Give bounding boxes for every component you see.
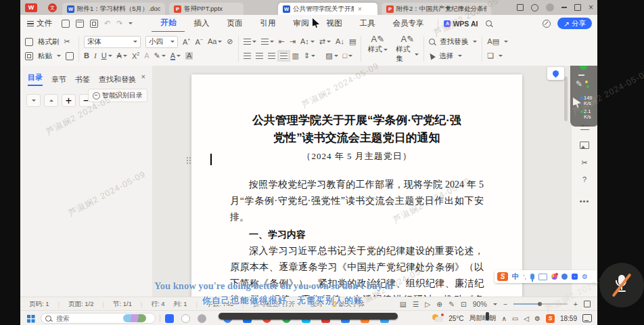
tray-sogou-icon[interactable]: S xyxy=(546,314,555,323)
screenshare-collapsed-bar[interactable] xyxy=(218,313,398,320)
print-icon[interactable] xyxy=(76,20,84,28)
tab-reference[interactable]: 引用 xyxy=(251,15,284,32)
tray-temperature[interactable]: 25°C xyxy=(448,315,463,322)
more-options-icon[interactable]: ••• xyxy=(572,197,597,205)
find-replace-button[interactable]: 查找替换 xyxy=(429,36,477,47)
italic-button[interactable]: I xyxy=(94,52,97,60)
start-button[interactable] xyxy=(27,315,30,318)
ime-settings-icon[interactable]: ⚙ xyxy=(582,273,588,280)
search-icon[interactable] xyxy=(486,20,492,26)
border-button[interactable]: □ xyxy=(343,52,353,60)
edit-mode-icon[interactable]: ✎ xyxy=(448,300,455,308)
sogou-logo-icon[interactable]: S xyxy=(497,272,508,281)
change-case-button[interactable]: Aa xyxy=(208,38,222,45)
pinned-doc-icon[interactable]: 文 xyxy=(48,3,57,12)
expand-button[interactable]: + xyxy=(62,94,76,107)
export-icon[interactable] xyxy=(90,20,98,28)
line-spacing-button[interactable]: ⇕ xyxy=(304,52,315,60)
taskbar-search[interactable] xyxy=(41,313,156,324)
tab-home[interactable]: 开始 xyxy=(152,14,185,32)
nav-close-icon[interactable]: × xyxy=(141,72,145,81)
zoom-slider-thumb[interactable] xyxy=(538,302,542,306)
user-avatar[interactable] xyxy=(546,3,554,12)
decrease-indent-icon[interactable]: ⇤ xyxy=(279,38,285,45)
tab-notice-active[interactable]: W 公共管理学院关于开展“学条例·守党纪·强党性”读书交流会主题党日的通知 × xyxy=(278,3,377,15)
file-menu[interactable]: 文件 xyxy=(27,18,52,28)
annotate-pencil-icon[interactable]: ✎ xyxy=(576,79,582,89)
web-view-icon[interactable]: ⊕ xyxy=(436,300,442,308)
no-trace-icon[interactable] xyxy=(543,20,551,28)
nav-tab-find-replace[interactable]: 查找和替换 xyxy=(99,74,136,85)
tray-weather-text[interactable]: 局部晴朗 xyxy=(469,313,497,323)
shading-button[interactable]: ▨ xyxy=(325,52,338,60)
text-direction-button[interactable]: ⇄ xyxy=(319,38,331,45)
tab-tools[interactable]: 工具 xyxy=(350,15,384,32)
arrange-button[interactable]: ❏ xyxy=(487,50,508,62)
sort-icon[interactable]: A↓ xyxy=(336,38,344,45)
align-right-button[interactable] xyxy=(268,53,275,59)
tray-expand-icon[interactable]: ∧ xyxy=(502,315,507,322)
clear-format-icon[interactable]: ⊘ xyxy=(227,38,233,45)
tray-volume-icon[interactable]: ◁ xyxy=(524,315,529,322)
outline-level-button[interactable]: A▤ xyxy=(487,36,508,47)
align-left-button[interactable] xyxy=(244,53,251,59)
align-justify-button[interactable] xyxy=(280,53,288,59)
ime-skin-icon[interactable] xyxy=(551,274,557,280)
tab-insert[interactable]: 插入 xyxy=(185,15,218,32)
ime-game-icon[interactable] xyxy=(561,274,568,280)
zoom-in-button[interactable]: + xyxy=(574,300,578,308)
collapse-down-button[interactable] xyxy=(26,94,41,107)
tab-attachment1[interactable]: W 附件1：学习材料（5月）.docx xyxy=(62,3,165,15)
read-mode-icon[interactable]: ▷ xyxy=(425,300,430,308)
tray-display-icon[interactable]: ▭ xyxy=(512,315,518,322)
underline-button[interactable]: U xyxy=(101,52,112,60)
superscript-button[interactable]: X2 xyxy=(132,51,139,60)
text-effects-button[interactable]: A xyxy=(144,52,149,60)
zoom-out-button[interactable]: − xyxy=(503,300,507,308)
focus-mode-icon[interactable]: ⊡ xyxy=(461,300,467,308)
undo-icon[interactable]: ↶ xyxy=(104,19,110,28)
tab-list-chevron-icon[interactable] xyxy=(459,7,463,9)
increase-indent-icon[interactable]: ⇥ xyxy=(290,38,296,45)
ime-keyboard-icon[interactable] xyxy=(538,274,547,280)
char-shading-button[interactable]: A xyxy=(185,52,193,60)
ime-mode-toggle[interactable]: 中 xyxy=(512,272,520,282)
tools-icon[interactable]: ✂ xyxy=(572,158,597,167)
service-icon[interactable] xyxy=(531,4,538,12)
window-layout-icon[interactable] xyxy=(517,4,524,11)
font-size-select[interactable]: 小四 xyxy=(145,36,178,48)
ime-toolbox-icon[interactable] xyxy=(572,274,578,280)
distribute-button[interactable]: ▥ xyxy=(292,52,299,60)
wps-logo-icon[interactable]: W xyxy=(25,3,37,12)
tab-view[interactable]: 视图 xyxy=(317,15,350,32)
wps-ai-button[interactable]: WPS AI xyxy=(453,20,478,28)
style-set-button[interactable]: A✎ 样式集 xyxy=(396,34,419,64)
tab-close-icon[interactable]: × xyxy=(358,5,362,13)
paragraph-drag-handle-icon[interactable] xyxy=(187,157,188,158)
tab-page[interactable]: 页面 xyxy=(218,15,251,32)
show-marks-icon[interactable]: ▤ xyxy=(349,38,356,45)
tray-clock[interactable]: 18:59 xyxy=(560,315,577,322)
tab-ppt[interactable]: P 答辩PPT.pptx xyxy=(169,3,244,15)
help-icon[interactable]: ? xyxy=(572,175,597,183)
nav-tab-bookmarks[interactable]: 书签 xyxy=(75,74,90,85)
mute-button[interactable] xyxy=(599,263,644,307)
notification-center-icon[interactable] xyxy=(582,314,592,322)
strike-button[interactable]: A xyxy=(117,52,127,60)
text-scale-button[interactable]: A↕ xyxy=(300,38,315,45)
zoom-slider[interactable] xyxy=(513,303,568,305)
tray-settings-icon[interactable]: ⚙ xyxy=(534,315,540,322)
align-center-button[interactable] xyxy=(256,53,263,59)
copy-icon[interactable] xyxy=(66,52,74,60)
select-button[interactable]: 选择 xyxy=(429,50,477,62)
bold-button[interactable]: B xyxy=(84,52,89,60)
taskbar-icon-gray[interactable] xyxy=(198,314,206,323)
ime-mic-icon[interactable] xyxy=(530,274,534,280)
taskbar-icon-circle[interactable] xyxy=(181,314,190,323)
zoom-chevron-icon[interactable] xyxy=(493,303,497,305)
locate-button[interactable] xyxy=(547,67,564,80)
document-page[interactable]: 公共管理学院关于开展“学条例·守党纪·强 党性”读书交流会主题党日的通知 （20… xyxy=(191,74,522,297)
format-painter-button[interactable]: 格式刷 ✂ xyxy=(25,36,74,47)
grow-font-icon[interactable]: A+ xyxy=(183,37,190,46)
save-icon[interactable] xyxy=(62,20,70,28)
